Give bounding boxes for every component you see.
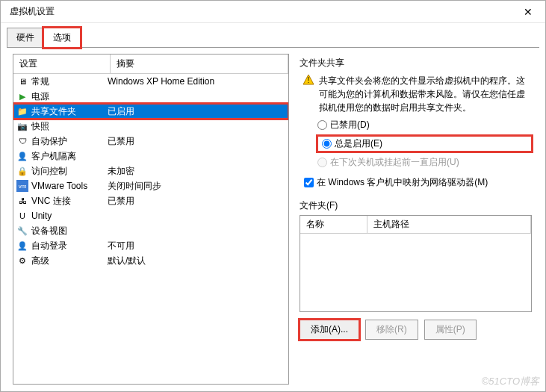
radio-group: 已禁用(D) 总是启用(E) 在下次关机或挂起前一直启用(U) — [300, 119, 532, 169]
row-name: 高级 — [31, 255, 49, 267]
list-item[interactable]: vmVMware Tools关闭时间同步 — [13, 178, 288, 193]
details-pane: 文件夹共享 ! 共享文件夹会将您的文件显示给虚拟机中的程序。这可能为您的计算机和… — [298, 54, 533, 385]
list-item[interactable]: 🔒访问控制未加密 — [13, 164, 288, 178]
row-summary: 已禁用 — [108, 135, 285, 148]
list-item[interactable]: UUnity — [13, 208, 288, 223]
radio-disabled[interactable]: 已禁用(D) — [317, 119, 532, 131]
row-summary: 已启用 — [108, 105, 285, 118]
row-icon: 🖥 — [16, 75, 28, 87]
row-icon: 👤 — [16, 150, 28, 162]
tab-strip: 硬件 选项 — [1, 23, 545, 48]
row-name: 共享文件夹 — [31, 105, 76, 118]
col-setting: 设置 — [13, 55, 111, 73]
radio-until: 在下次关机或挂起前一直启用(U) — [317, 156, 532, 169]
watermark: ©51CTO博客 — [482, 375, 539, 388]
row-name: Unity — [31, 211, 52, 221]
row-icon: 👤 — [16, 240, 28, 252]
warning-box: ! 共享文件夹会将您的文件显示给虚拟机中的程序。这可能为您的计算机和数据带来风险… — [300, 72, 532, 119]
list-item[interactable]: 👤客户机隔离 — [13, 149, 288, 164]
row-name: VNC 连接 — [31, 195, 71, 208]
folder-list-header: 名称 主机路径 — [300, 216, 531, 234]
props-button: 属性(P) — [424, 320, 477, 340]
folder-list[interactable]: 名称 主机路径 — [300, 215, 532, 312]
list-header: 设置 摘要 — [13, 55, 288, 74]
row-icon: 📁 — [16, 105, 28, 117]
list-item[interactable]: 🖥常规Windows XP Home Edition — [13, 74, 288, 89]
list-item[interactable]: ⚙高级默认/默认 — [13, 253, 288, 268]
row-icon: 📷 — [16, 120, 28, 132]
settings-list: 设置 摘要 🖥常规Windows XP Home Edition▶电源📁共享文件… — [13, 54, 289, 385]
row-icon: 🔒 — [16, 165, 28, 177]
window-title: 虚拟机设置 — [7, 5, 55, 18]
folders-section: 文件夹(F) 名称 主机路径 添加(A)... 移除(R) 属性(P) — [300, 199, 532, 340]
row-summary: 已禁用 — [108, 195, 285, 208]
svg-text:!: ! — [308, 76, 310, 84]
row-name: 自动保护 — [31, 135, 67, 148]
titlebar: 虚拟机设置 ✕ — [1, 1, 545, 23]
remove-button: 移除(R) — [365, 320, 418, 340]
row-summary: 未加密 — [108, 165, 285, 178]
folders-title: 文件夹(F) — [300, 199, 532, 212]
row-name: 访问控制 — [31, 165, 67, 178]
tab-options[interactable]: 选项 — [43, 28, 81, 48]
row-icon: vm — [16, 180, 28, 192]
row-summary: Windows XP Home Edition — [108, 76, 285, 87]
check-map-drive-input[interactable] — [304, 178, 314, 187]
row-name: 常规 — [31, 75, 49, 88]
fcol-name: 名称 — [300, 216, 367, 233]
row-summary: 默认/默认 — [108, 255, 285, 267]
list-body[interactable]: 🖥常规Windows XP Home Edition▶电源📁共享文件夹已启用📷快… — [13, 74, 288, 384]
list-item[interactable]: 📷快照 — [13, 119, 288, 134]
radio-always-input[interactable] — [322, 139, 332, 149]
list-item[interactable]: 🖧VNC 连接已禁用 — [13, 193, 288, 208]
row-icon: 🔧 — [16, 225, 28, 237]
row-summary: 关闭时间同步 — [108, 180, 285, 193]
row-name: 设备视图 — [31, 225, 67, 237]
col-summary: 摘要 — [111, 55, 288, 73]
radio-until-input — [317, 158, 327, 167]
vm-settings-window: 虚拟机设置 ✕ 硬件 选项 设置 摘要 🖥常规Windows XP Home E… — [0, 0, 546, 392]
tab-hardware[interactable]: 硬件 — [7, 28, 44, 48]
row-icon: ▶ — [16, 90, 28, 102]
warning-icon: ! — [303, 74, 314, 86]
share-section: 文件夹共享 ! 共享文件夹会将您的文件显示给虚拟机中的程序。这可能为您的计算机和… — [300, 57, 532, 189]
row-name: 客户机隔离 — [31, 150, 76, 163]
row-icon: 🖧 — [16, 195, 28, 207]
warning-text: 共享文件夹会将您的文件显示给虚拟机中的程序。这可能为您的计算机和数据带来风险。请… — [319, 74, 532, 114]
row-icon: U — [16, 210, 28, 222]
folder-buttons: 添加(A)... 移除(R) 属性(P) — [300, 320, 532, 340]
row-name: 自动登录 — [31, 240, 67, 252]
close-icon[interactable]: ✕ — [517, 6, 539, 18]
list-item[interactable]: 🛡自动保护已禁用 — [13, 134, 288, 149]
list-item[interactable]: 🔧设备视图 — [13, 223, 288, 238]
list-item[interactable]: ▶电源 — [13, 89, 288, 104]
fcol-path: 主机路径 — [367, 216, 531, 233]
options-panel: 设置 摘要 🖥常规Windows XP Home Edition▶电源📁共享文件… — [7, 47, 539, 391]
row-icon: ⚙ — [16, 255, 28, 267]
row-icon: 🛡 — [16, 135, 28, 147]
row-name: 快照 — [31, 120, 49, 133]
row-summary: 不可用 — [108, 240, 285, 252]
list-item[interactable]: 📁共享文件夹已启用 — [13, 104, 288, 119]
list-item[interactable]: 👤自动登录不可用 — [13, 238, 288, 253]
add-button[interactable]: 添加(A)... — [300, 320, 359, 340]
check-map-drive[interactable]: 在 Windows 客户机中映射为网络驱动器(M) — [300, 176, 532, 189]
row-name: 电源 — [31, 90, 49, 103]
share-title: 文件夹共享 — [300, 57, 532, 69]
row-name: VMware Tools — [31, 181, 87, 191]
radio-disabled-input[interactable] — [317, 120, 327, 130]
radio-always[interactable]: 总是启用(E) — [317, 136, 532, 152]
